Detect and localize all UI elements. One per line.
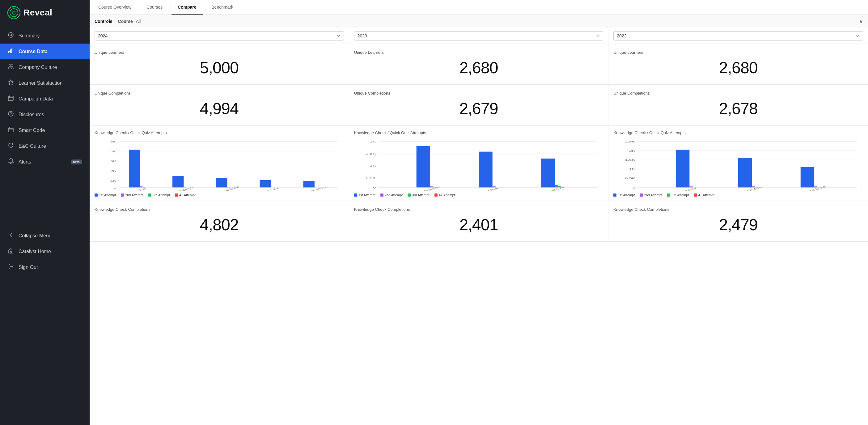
sidebar-bottom: Collapse Menu Catalyst Home Sign Out <box>0 225 90 425</box>
sidebar-item-course-data[interactable]: Course Data <box>0 43 90 59</box>
sidebar-item-company-culture[interactable]: Company Culture <box>0 59 90 75</box>
catalyst-home-icon <box>7 248 14 255</box>
legend-dot-4th-0 <box>175 193 178 196</box>
svg-rect-33 <box>216 178 227 188</box>
tab-divider-2: | <box>169 4 172 10</box>
logo-text: Reveal <box>24 8 52 18</box>
logo-icon: C <box>7 6 21 19</box>
legend-dot-1st-2 <box>613 193 617 196</box>
legend-item-3rd-2: 3rd Attempt <box>667 193 689 197</box>
unique-learners-cell-1: Unique Learners 2,680 <box>349 44 609 84</box>
legend-dot-2nd-0 <box>121 193 124 196</box>
sidebar-label-catalyst-home: Catalyst Home <box>19 249 51 254</box>
year-select-2022[interactable]: 20242023202220212020 <box>613 31 863 40</box>
legend-label-2nd-1: 2nd Attempt <box>385 193 403 197</box>
unique-completions-row: Unique Completions 4,994 Unique Completi… <box>90 85 868 125</box>
legend-label-1st-2: 1st Attempt <box>618 193 635 197</box>
summary-icon <box>7 32 14 39</box>
legend-label-2nd-0: 2nd Attempt <box>125 193 144 197</box>
kc-chart-cell-2: Knowledge Check / Quick Quiz Attempts 2.… <box>609 125 868 201</box>
nav-items: Summary Course Data Company Culture Lear… <box>0 25 90 225</box>
legend-label-4th-2: 4+ Attempt <box>698 193 714 197</box>
svg-text:0: 0 <box>632 186 635 189</box>
tab-benchmark[interactable]: Benchmark <box>205 0 240 14</box>
year-select-2023[interactable]: 20242023202220212020 <box>354 31 603 40</box>
legend-label-3rd-1: 3rd Attempt <box>412 193 429 197</box>
sidebar-item-sign-out[interactable]: Sign Out <box>0 259 90 275</box>
content-area: 20242023202220212020 2024202320222021202… <box>90 28 868 425</box>
sidebar-label-summary: Summary <box>19 33 39 39</box>
sidebar-label-company-culture: Company Culture <box>19 65 57 70</box>
legend-dot-2nd-2 <box>640 193 643 196</box>
sidebar-item-smart-code[interactable]: Smart Code <box>0 122 90 138</box>
sidebar-label-ec-culture: E&C Culture <box>19 144 46 149</box>
svg-text:2K: 2K <box>629 149 635 152</box>
unique-completions-cell-2: Unique Completions 2,678 <box>609 85 868 125</box>
year-select-2024[interactable]: 20242023202220212020 <box>95 31 344 40</box>
kc-completions-value-2: 2,479 <box>613 215 863 234</box>
tab-course-overview[interactable]: Course Overview <box>92 0 137 14</box>
kc-chart-cell-0: Knowledge Check / Quick Quiz Attempts 5K… <box>90 125 349 201</box>
svg-text:4K: 4K <box>110 150 117 153</box>
sidebar-item-catalyst-home[interactable]: Catalyst Home <box>0 244 90 259</box>
sidebar-label-disclosures: Disclosures <box>19 112 44 117</box>
legend-label-2nd-2: 2nd Attempt <box>644 193 662 197</box>
kc-completions-cell-1: Knowledge Check Completions 2,401 <box>349 201 609 241</box>
unique-learners-row: Unique Learners 5,000 Unique Learners 2,… <box>90 44 868 85</box>
unique-learners-label-2: Unique Learners <box>613 50 863 55</box>
svg-point-3 <box>8 32 13 37</box>
sidebar-item-campaign-data[interactable]: Campaign Data <box>0 91 90 107</box>
legend-dot-1st-0 <box>95 193 98 196</box>
sidebar-item-disclosures[interactable]: Disclosures <box>0 107 90 122</box>
legend-label-3rd-2: 3rd Attempt <box>672 193 689 197</box>
course-filter: Course All <box>117 19 141 24</box>
kc-chart-2: 2.5K 2K 1.5K 1K 0.5K 0 <box>613 138 863 191</box>
year-select-col-2: 20242023202220212020 <box>609 28 868 43</box>
svg-text:0: 0 <box>373 186 376 189</box>
sidebar-item-summary[interactable]: Summary <box>0 28 90 43</box>
chart-legend-0: 1st Attempt 2nd Attempt 3rd Attempt 4+ A… <box>95 193 344 197</box>
svg-rect-35 <box>259 180 271 187</box>
legend-label-4th-1: 4+ Attempt <box>439 193 455 197</box>
learner-satisfaction-icon <box>7 79 14 87</box>
sidebar-item-ec-culture[interactable]: E&C Culture <box>0 138 90 154</box>
legend-dot-4th-2 <box>694 193 697 196</box>
legend-item-1st-0: 1st Attempt <box>95 193 116 197</box>
svg-point-8 <box>9 65 11 66</box>
bar-chart-svg-1: 2K 1.5K 1K 0.5K 0 <box>354 138 603 191</box>
kc-completions-cell-0: Knowledge Check Completions 4,802 <box>90 201 349 241</box>
svg-text:0.5K: 0.5K <box>625 177 636 180</box>
svg-point-13 <box>10 115 11 116</box>
expand-icon[interactable]: ∨ <box>859 18 863 25</box>
year-select-col-1: 20242023202220212020 <box>349 28 609 43</box>
svg-text:2K: 2K <box>370 140 376 143</box>
tab-courses[interactable]: Courses <box>140 0 169 14</box>
svg-rect-32 <box>184 187 186 187</box>
tab-divider-3: | <box>203 4 206 10</box>
legend-item-4th-0: 4+ Attempt <box>175 193 195 197</box>
legend-item-2nd-1: 2nd Attempt <box>380 193 403 197</box>
sidebar-label-sign-out: Sign Out <box>19 265 38 270</box>
legend-item-3rd-0: 3rd Attempt <box>148 193 170 197</box>
sidebar-item-collapse[interactable]: Collapse Menu <box>0 228 90 244</box>
svg-point-9 <box>11 65 13 66</box>
legend-dot-1st-1 <box>354 193 357 196</box>
beta-badge: beta <box>71 159 82 164</box>
tab-divider-1: | <box>137 4 140 10</box>
unique-learners-label-0: Unique Learners <box>95 50 344 55</box>
sidebar-item-alerts[interactable]: Alerts beta <box>0 154 90 170</box>
tab-compare[interactable]: Compare <box>172 0 203 14</box>
svg-rect-56 <box>479 152 492 188</box>
sidebar-item-learner-satisfaction[interactable]: Learner Satisfaction <box>0 75 90 91</box>
course-filter-value: All <box>136 19 141 24</box>
year-selectors-row: 20242023202220212020 2024202320222021202… <box>90 28 868 44</box>
unique-completions-value-2: 2,678 <box>613 99 863 118</box>
svg-text:0: 0 <box>114 186 117 189</box>
kc-completions-label-0: Knowledge Check Completions <box>95 207 344 212</box>
svg-text:1K: 1K <box>629 168 635 171</box>
svg-rect-83 <box>801 167 814 188</box>
svg-marker-10 <box>8 80 13 85</box>
svg-text:5K: 5K <box>110 140 117 143</box>
legend-dot-4th-1 <box>434 193 438 196</box>
kc-completions-value-1: 2,401 <box>354 215 603 234</box>
